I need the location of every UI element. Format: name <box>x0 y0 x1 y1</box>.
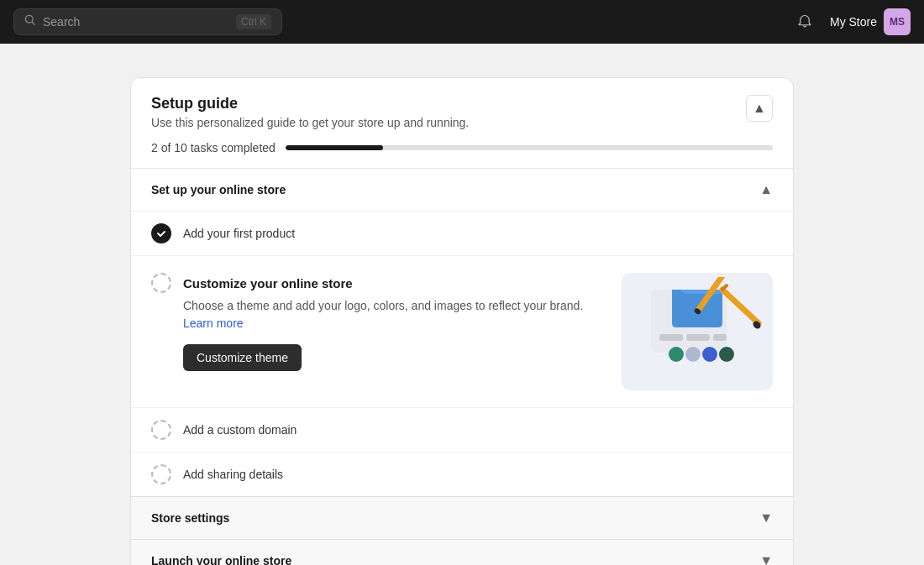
expanded-task-desc: Choose a theme and add your logo, colors… <box>183 297 595 332</box>
svg-point-8 <box>685 347 701 362</box>
svg-rect-4 <box>659 334 683 341</box>
progress-bar-fill <box>286 145 383 150</box>
store-name: My Store <box>830 15 877 29</box>
task-illustration <box>622 273 773 390</box>
svg-point-10 <box>719 347 734 362</box>
section-header-store-settings[interactable]: Store settings ▼ <box>131 496 793 539</box>
search-placeholder: Search <box>43 15 229 29</box>
search-icon <box>24 14 36 29</box>
section-header-launch-store[interactable]: Launch your online store ▼ <box>131 539 793 565</box>
main-content: Setup guide Use this personalized guide … <box>0 44 924 565</box>
chevron-online-store: ▲ <box>759 182 773 197</box>
chevron-launch-store: ▼ <box>759 553 773 565</box>
notification-button[interactable] <box>790 7 820 37</box>
task-item-sharing-details[interactable]: Add sharing details <box>131 453 793 496</box>
svg-rect-6 <box>713 334 727 341</box>
section-title-launch-store: Launch your online store <box>151 554 291 565</box>
svg-point-7 <box>669 347 684 362</box>
search-shortcut: Ctrl K <box>236 14 271 29</box>
task-item-custom-domain[interactable]: Add a custom domain <box>131 408 793 453</box>
setup-guide-title: Setup guide <box>151 95 469 112</box>
topbar: Search Ctrl K My Store MS <box>0 0 924 44</box>
progress-bar-background <box>286 145 773 150</box>
task-label-sharing-details: Add sharing details <box>183 468 283 481</box>
svg-line-1 <box>32 22 34 24</box>
setup-guide-subtitle: Use this personalized guide to get your … <box>151 116 469 129</box>
task-label-add-product: Add your first product <box>183 227 295 240</box>
customize-theme-button[interactable]: Customize theme <box>183 344 302 371</box>
task-check-empty-domain <box>151 420 171 440</box>
progress-row: 2 of 10 tasks completed <box>151 141 773 154</box>
topbar-right: My Store MS <box>790 7 911 37</box>
search-bar[interactable]: Search Ctrl K <box>13 8 282 35</box>
collapse-button[interactable]: ▲ <box>746 95 773 122</box>
store-info[interactable]: My Store MS <box>830 8 911 35</box>
setup-header: Setup guide Use this personalized guide … <box>131 78 793 168</box>
svg-rect-5 <box>686 334 710 341</box>
expanded-task-title: Customize your online store <box>183 276 595 290</box>
section-title-store-settings: Store settings <box>151 511 229 525</box>
task-item-customize-store[interactable]: Customize your online store Choose a the… <box>131 256 793 408</box>
task-check-empty-customize <box>151 273 171 293</box>
section-header-online-store[interactable]: Set up your online store ▲ <box>131 168 793 212</box>
task-check-done-add-product <box>151 223 171 243</box>
chevron-store-settings: ▼ <box>759 510 773 526</box>
collapse-icon: ▲ <box>753 101 766 116</box>
expanded-task-content: Customize your online store Choose a the… <box>183 273 595 390</box>
progress-label: 2 of 10 tasks completed <box>151 141 276 154</box>
task-item-add-product[interactable]: Add your first product <box>131 212 793 256</box>
section-title-online-store: Set up your online store <box>151 183 286 196</box>
task-desc-text: Choose a theme and add your logo, colors… <box>183 299 583 312</box>
avatar: MS <box>884 8 911 35</box>
svg-point-9 <box>702 347 717 362</box>
learn-more-link[interactable]: Learn more <box>183 317 244 330</box>
task-check-empty-sharing <box>151 464 171 484</box>
task-label-custom-domain: Add a custom domain <box>183 423 297 437</box>
setup-card: Setup guide Use this personalized guide … <box>130 77 794 565</box>
